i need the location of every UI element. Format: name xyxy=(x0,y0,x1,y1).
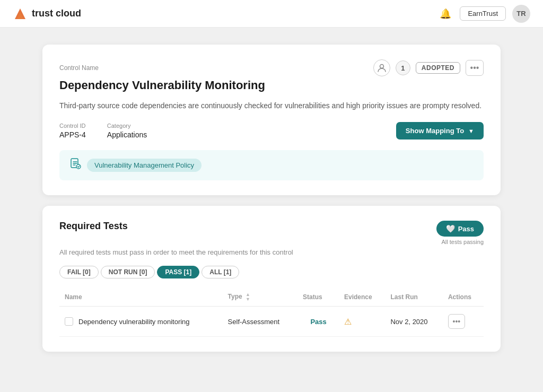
col-last-run: Last Run xyxy=(385,288,442,307)
sort-icon: ▲▼ xyxy=(246,292,250,302)
test-last-run: Nov 2, 2020 xyxy=(390,318,427,326)
col-type: Type ▲▼ xyxy=(223,288,297,307)
policy-document-icon xyxy=(69,158,82,173)
test-status-cell: ♥ Pass xyxy=(297,307,339,337)
pass-heart-icon: ♥ xyxy=(303,317,307,326)
tests-subtitle: All required tests must pass in order to… xyxy=(59,248,484,256)
evidence-warning-icon: ⚠ xyxy=(344,317,352,326)
all-tests-passing-label: All tests passing xyxy=(436,239,484,245)
test-type-cell: Self-Assessment xyxy=(223,307,297,337)
test-last-run-cell: Nov 2, 2020 xyxy=(385,307,442,337)
row-more-button[interactable]: ••• xyxy=(448,314,465,329)
filter-tab-fail[interactable]: FAIL [0] xyxy=(59,266,99,278)
svg-point-2 xyxy=(380,65,383,68)
chevron-down-icon: ▼ xyxy=(468,128,474,134)
test-status-label: Pass xyxy=(310,318,326,326)
control-id-field: Control ID APPS-4 xyxy=(59,123,86,140)
meta-fields: Control ID APPS-4 Category Applications xyxy=(59,123,147,140)
control-id-value: APPS-4 xyxy=(59,130,86,139)
earn-trust-button[interactable]: EarnTrust xyxy=(460,6,506,21)
avatar-button[interactable]: TR xyxy=(512,5,530,23)
tests-title: Required Tests xyxy=(59,221,128,232)
main-content: Control Name 1 ADOPTED ••• Dependency Vu… xyxy=(0,28,543,369)
col-evidence: Evidence xyxy=(339,288,386,307)
control-name-label: Control Name xyxy=(59,64,99,72)
tests-table-body: Dependency vulnerability monitoring Self… xyxy=(59,307,484,337)
tests-table: Name Type ▲▼ Status Evidence Last Run xyxy=(59,288,484,337)
adopted-badge: ADOPTED xyxy=(416,62,460,74)
notifications-button[interactable]: 🔔 xyxy=(437,6,453,22)
pass-badge-group: 🤍 Pass All tests passing xyxy=(436,221,484,245)
category-value: Applications xyxy=(107,130,147,139)
control-header-actions: 1 ADOPTED ••• xyxy=(373,59,484,76)
test-name: Dependency vulnerability monitoring xyxy=(78,318,190,326)
test-name-cell: Dependency vulnerability monitoring xyxy=(59,307,223,337)
col-actions: Actions xyxy=(443,288,484,307)
control-meta: Control ID APPS-4 Category Applications … xyxy=(59,122,484,140)
person-icon xyxy=(373,59,390,76)
test-actions-cell: ••• xyxy=(443,307,484,337)
tests-title-group: Required Tests xyxy=(59,221,128,232)
control-card-header: Control Name 1 ADOPTED ••• xyxy=(59,59,484,76)
tests-table-header: Name Type ▲▼ Status Evidence Last Run xyxy=(59,288,484,307)
policy-tag[interactable]: Vulnerability Management Policy xyxy=(87,159,202,172)
header-right: 🔔 EarnTrust TR xyxy=(437,5,530,23)
category-label: Category xyxy=(107,123,147,129)
test-status: ♥ Pass xyxy=(303,317,334,326)
test-name-group: Dependency vulnerability monitoring xyxy=(65,317,217,326)
filter-tab-all[interactable]: ALL [1] xyxy=(202,266,239,278)
logo-icon xyxy=(13,6,28,21)
header: trust cloud 🔔 EarnTrust TR xyxy=(0,0,543,28)
logo-text: trust cloud xyxy=(32,8,81,19)
control-card: Control Name 1 ADOPTED ••• Dependency Vu… xyxy=(42,45,501,195)
filter-tab-not-run[interactable]: NOT RUN [0] xyxy=(101,266,155,278)
logo: trust cloud xyxy=(13,6,81,21)
test-evidence-cell: ⚠ xyxy=(339,307,386,337)
test-checkbox[interactable] xyxy=(65,317,73,326)
badge-number: 1 xyxy=(396,60,410,75)
table-row: Dependency vulnerability monitoring Self… xyxy=(59,307,484,337)
filter-tabs: FAIL [0] NOT RUN [0] PASS [1] ALL [1] xyxy=(59,266,484,278)
show-mapping-button[interactable]: Show Mapping To ▼ xyxy=(396,122,484,140)
control-title: Dependency Vulnerability Monitoring xyxy=(59,79,484,92)
required-tests-card: Required Tests 🤍 Pass All tests passing … xyxy=(42,206,501,352)
show-mapping-label: Show Mapping To xyxy=(406,127,464,135)
tests-header: Required Tests 🤍 Pass All tests passing xyxy=(59,221,484,245)
policy-tag-row: Vulnerability Management Policy xyxy=(59,150,484,180)
col-name: Name xyxy=(59,288,223,307)
filter-tab-pass[interactable]: PASS [1] xyxy=(157,266,199,278)
heart-icon: 🤍 xyxy=(446,224,455,233)
col-status: Status xyxy=(297,288,339,307)
test-type: Self-Assessment xyxy=(228,318,280,326)
category-field: Category Applications xyxy=(107,123,147,140)
pass-badge: 🤍 Pass xyxy=(436,221,484,237)
control-description: Third-party source code dependencies are… xyxy=(59,100,484,111)
more-options-button[interactable]: ••• xyxy=(466,60,484,76)
control-id-label: Control ID xyxy=(59,123,86,129)
pass-badge-label: Pass xyxy=(458,225,474,233)
